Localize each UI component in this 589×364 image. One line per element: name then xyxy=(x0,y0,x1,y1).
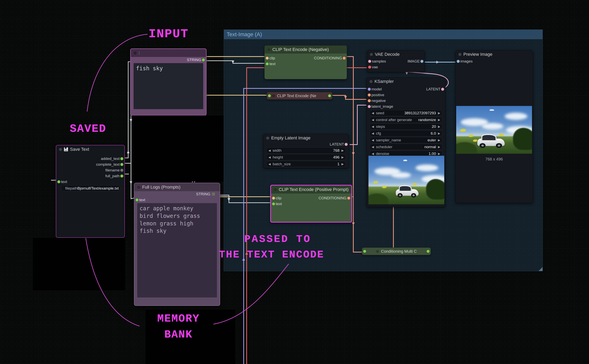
collapse-dot-icon[interactable] xyxy=(370,53,373,56)
slot-model-input[interactable]: model LATENT xyxy=(367,86,445,92)
input-dot[interactable] xyxy=(457,60,460,63)
slot-complete-text[interactable]: complete_text xyxy=(56,162,124,167)
node-clip-text-encode-collapsed[interactable]: CLIP Text Encode (Ne xyxy=(267,92,332,100)
output-dot[interactable] xyxy=(216,193,219,195)
decrement-arrow-icon[interactable]: ◀ xyxy=(268,149,271,152)
input-dot[interactable] xyxy=(57,180,60,183)
increment-arrow-icon[interactable]: ▶ xyxy=(438,145,440,149)
input-dot[interactable] xyxy=(268,94,271,97)
vae-decode-title[interactable]: VAE Decode xyxy=(367,50,424,58)
collapse-dot-icon[interactable] xyxy=(369,80,372,83)
slot-text-input[interactable]: text xyxy=(56,179,124,185)
cfg-widget[interactable]: ◀ cfg 6.0 ▶ xyxy=(369,130,442,136)
slot-added-text[interactable]: added_text xyxy=(56,156,124,162)
node-conditioning-multi-combine[interactable]: Conditioning Multi C xyxy=(362,247,431,255)
increment-arrow-icon[interactable]: ▶ xyxy=(438,125,440,129)
slot-full-path[interactable]: full_path xyxy=(56,173,124,179)
slot-samples-input[interactable]: samples IMAGE xyxy=(367,58,424,64)
collapse-dot-icon[interactable] xyxy=(137,186,140,189)
increment-arrow-icon[interactable]: ▶ xyxy=(438,111,440,115)
collapse-dot-icon[interactable] xyxy=(267,48,270,51)
full-logs-title[interactable]: Full Logs (Prompts) xyxy=(134,183,220,191)
width-widget[interactable]: ◀ width 768 ▶ xyxy=(266,147,346,154)
clip-positive-title[interactable]: CLIP Text Encode (Positive Prompt) xyxy=(271,186,351,194)
ksampler-title[interactable]: KSampler xyxy=(367,78,445,85)
slot-text-input[interactable]: text xyxy=(134,197,220,203)
filepath-widget[interactable]: filepath Bjornulf/Text/example.txt xyxy=(61,185,120,191)
node-vae-decode[interactable]: VAE Decode samples IMAGE vae xyxy=(367,50,425,72)
slot-negative-input[interactable]: negative xyxy=(367,98,445,104)
control-after-generate-widget[interactable]: ◀ control after generate randomize ▶ xyxy=(369,117,442,123)
slot-string-output[interactable]: STRING xyxy=(134,191,220,197)
output-dot[interactable] xyxy=(120,175,123,178)
node-show-text-title[interactable]: : xyxy=(131,49,206,57)
full-logs-text[interactable]: car apple monkey bird flowers grass lemo… xyxy=(137,203,217,298)
input-dot[interactable] xyxy=(368,93,371,97)
collapse-dot-icon[interactable] xyxy=(272,94,275,97)
decrement-arrow-icon[interactable]: ◀ xyxy=(372,138,374,142)
node-clip-text-encode-positive[interactable]: CLIP Text Encode (Positive Prompt) clip … xyxy=(270,185,352,223)
collapse-dot-icon[interactable] xyxy=(458,53,461,56)
slot-string-output[interactable]: STRING xyxy=(131,57,206,63)
collapse-dot-icon[interactable] xyxy=(134,52,137,55)
output-dot[interactable] xyxy=(345,143,348,146)
height-widget[interactable]: ◀ height 496 ▶ xyxy=(266,154,346,160)
slot-filename[interactable]: filename xyxy=(56,167,124,173)
save-text-title[interactable]: Save Text xyxy=(56,145,124,153)
collapse-dot-icon[interactable] xyxy=(266,136,269,140)
output-dot[interactable] xyxy=(427,250,430,253)
node-show-text-input[interactable]: : STRING fish sky xyxy=(130,48,207,116)
collapse-dot-icon[interactable] xyxy=(59,148,62,151)
decrement-arrow-icon[interactable]: ◀ xyxy=(268,156,271,159)
input-dot[interactable] xyxy=(368,88,371,91)
decrement-arrow-icon[interactable]: ◀ xyxy=(372,132,374,135)
input-dot[interactable] xyxy=(368,65,371,69)
slot-images-input[interactable]: images xyxy=(456,58,533,64)
decrement-arrow-icon[interactable]: ◀ xyxy=(268,162,271,166)
output-dot[interactable] xyxy=(342,57,346,60)
increment-arrow-icon[interactable]: ▶ xyxy=(438,118,440,122)
input-dot[interactable] xyxy=(266,57,269,60)
decrement-arrow-icon[interactable]: ◀ xyxy=(372,152,374,156)
output-dot[interactable] xyxy=(120,163,123,166)
input-dot[interactable] xyxy=(266,62,269,65)
input-dot[interactable] xyxy=(135,198,139,202)
preview-image-title[interactable]: Preview Image xyxy=(456,50,533,58)
output-dot[interactable] xyxy=(202,58,205,62)
increment-arrow-icon[interactable]: ▶ xyxy=(438,132,440,135)
decrement-arrow-icon[interactable]: ◀ xyxy=(372,145,374,149)
increment-arrow-icon[interactable]: ▶ xyxy=(341,156,344,159)
steps-widget[interactable]: ◀ steps 20 ▶ xyxy=(369,124,442,130)
slot-text-input[interactable]: text xyxy=(265,61,347,67)
collapse-dot-icon[interactable] xyxy=(274,188,277,191)
output-dot[interactable] xyxy=(328,94,331,97)
input-dot[interactable] xyxy=(368,60,371,63)
increment-arrow-icon[interactable]: ▶ xyxy=(438,152,440,156)
scheduler-widget[interactable]: ◀ scheduler normal ▶ xyxy=(369,144,442,150)
batch-size-widget[interactable]: ◀ batch_size 1 ▶ xyxy=(266,161,346,167)
sampler-name-widget[interactable]: ◀ sampler_name euler ▶ xyxy=(369,137,442,143)
slot-vae-input[interactable]: vae xyxy=(367,64,424,70)
output-dot[interactable] xyxy=(120,169,123,172)
seed-widget[interactable]: ◀ seed 389131272097293 ▶ xyxy=(369,110,442,116)
increment-arrow-icon[interactable]: ▶ xyxy=(438,138,440,142)
input-dot[interactable] xyxy=(363,250,366,253)
slot-latent-image-input[interactable]: latent_image xyxy=(367,104,445,109)
input-dot[interactable] xyxy=(272,202,275,206)
output-dot[interactable] xyxy=(347,196,350,200)
slot-text-input[interactable]: text xyxy=(271,201,351,207)
collapse-dot-icon[interactable] xyxy=(376,250,379,253)
input-dot[interactable] xyxy=(368,99,371,102)
decrement-arrow-icon[interactable]: ◀ xyxy=(372,118,374,122)
decrement-arrow-icon[interactable]: ◀ xyxy=(372,111,374,115)
slot-latent-output[interactable]: LATENT xyxy=(263,142,349,147)
output-dot[interactable] xyxy=(420,60,423,63)
increment-arrow-icon[interactable]: ▶ xyxy=(341,149,344,152)
slot-clip-input[interactable]: clip CONDITIONING xyxy=(271,195,351,201)
output-dot[interactable] xyxy=(120,157,123,160)
node-full-logs[interactable]: Full Logs (Prompts) STRING text car appl… xyxy=(134,183,220,306)
slot-positive-input[interactable]: positive xyxy=(367,92,445,98)
show-text-value[interactable]: fish sky xyxy=(134,63,203,109)
node-clip-text-encode-negative[interactable]: CLIP Text Encode (Negative) clip CONDITI… xyxy=(264,46,347,79)
increment-arrow-icon[interactable]: ▶ xyxy=(341,162,344,166)
